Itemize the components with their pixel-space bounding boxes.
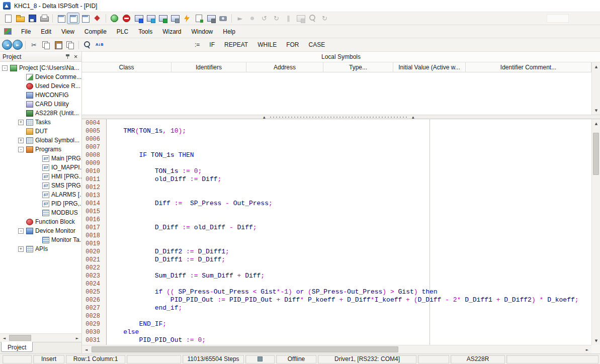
st-keyword-button[interactable]: REPEAT — [220, 41, 252, 48]
menu-wizard[interactable]: Wizard — [157, 26, 186, 37]
column-header[interactable]: Identifier Comment... — [466, 62, 591, 72]
code-line[interactable]: 0013 — [82, 192, 591, 200]
tree-item[interactable]: Function Block — [0, 217, 81, 226]
code-line[interactable]: 0005 TMR(TON_1s, 10); — [82, 127, 591, 135]
check-program-icon[interactable] — [193, 13, 205, 24]
collapse-icon[interactable]: - — [18, 147, 24, 152]
editor-hscrollbar[interactable]: ◄ ► — [82, 345, 591, 353]
new-file-icon[interactable] — [2, 13, 14, 24]
code-line[interactable]: 0021 D_Diff1 := D_Diff; — [82, 256, 591, 264]
tab-project[interactable]: Project — [1, 342, 33, 352]
compile-icon[interactable] — [181, 13, 193, 24]
upload-from-plc-icon[interactable] — [145, 13, 156, 24]
offline-mode-icon[interactable] — [121, 13, 132, 24]
code-line[interactable]: 0012 — [82, 184, 591, 192]
symbol-table-view-icon[interactable] — [79, 13, 91, 24]
download-to-plc-icon[interactable] — [133, 13, 144, 24]
online-monitor-icon[interactable] — [157, 13, 168, 24]
expand-icon[interactable]: + — [18, 120, 24, 125]
simulator-icon[interactable] — [109, 13, 120, 24]
print-icon[interactable] — [38, 13, 50, 24]
pin-icon[interactable] — [64, 53, 71, 60]
code-line[interactable]: 0010 TON_1s := 0; — [82, 167, 591, 175]
tree-item[interactable]: +Tasks — [0, 118, 81, 127]
active-view-icon[interactable] — [67, 13, 79, 24]
device-monitor-icon[interactable] — [169, 13, 181, 24]
code-line[interactable]: 0009 — [82, 159, 591, 167]
code-line[interactable]: 0024 — [82, 280, 591, 288]
code-line[interactable]: 0015 — [82, 208, 591, 216]
expand-icon[interactable]: + — [18, 246, 24, 252]
tree-item[interactable]: STPID [PRG,... — [0, 199, 81, 208]
column-header[interactable]: Initial Value (Active w... — [393, 62, 466, 72]
code-line[interactable]: 0007 — [82, 143, 591, 151]
menu-help[interactable]: Help — [218, 26, 240, 37]
forward-icon[interactable]: ► — [13, 40, 23, 50]
menu-file[interactable]: File — [16, 26, 36, 37]
code-line[interactable]: 0028 — [82, 312, 591, 320]
menu-window[interactable]: Window — [187, 26, 218, 37]
tree-item[interactable]: STIO_MAPPI... — [0, 163, 81, 172]
tree-item[interactable]: STMain [PRG... — [0, 154, 81, 163]
st-keyword-button[interactable]: WHILE — [253, 41, 281, 48]
code-line[interactable]: 0023 Sum_Diff := Sum_Diff + Diff; — [82, 272, 591, 280]
scroll-left-icon[interactable]: ◄ — [0, 334, 9, 342]
local-symbols-body[interactable] — [82, 72, 591, 115]
scroll-down-icon[interactable]: ▼ — [592, 106, 600, 115]
find-icon[interactable] — [81, 40, 93, 50]
code-line[interactable]: 0016 — [82, 216, 591, 224]
code-line[interactable]: 0027 end_if; — [82, 304, 591, 312]
back-icon[interactable]: ◄ — [2, 40, 12, 50]
scroll-left-icon[interactable]: ◄ — [82, 345, 91, 354]
pc-connection-icon[interactable] — [205, 13, 217, 24]
collapse-icon[interactable]: - — [2, 65, 8, 71]
tree-item[interactable]: Used Device R... — [0, 81, 81, 90]
tree-item[interactable]: MODBUS — [0, 208, 81, 217]
menu-plc[interactable]: PLC — [112, 26, 133, 37]
project-hscrollbar[interactable]: ◄ ► — [0, 333, 81, 342]
scroll-up-icon[interactable]: ▲ — [592, 62, 600, 71]
vscroll-thumb[interactable] — [593, 133, 599, 175]
st-keyword-button[interactable]: := — [190, 41, 204, 48]
column-header[interactable]: Identifiers — [172, 62, 246, 72]
tree-item[interactable]: HWCONFIG — [0, 90, 81, 100]
tree-item[interactable]: STSMS [PRG... — [0, 181, 81, 190]
column-header[interactable]: Address — [246, 62, 323, 72]
st-keyword-button[interactable]: CASE — [304, 41, 330, 48]
code-line[interactable]: 0019 — [82, 240, 591, 248]
collapse-icon[interactable]: - — [18, 228, 24, 234]
code-line[interactable]: 0011 old_Diff := Diff; — [82, 175, 591, 184]
code-line[interactable]: 0006 — [82, 135, 591, 143]
code-area[interactable]: 00040005 TMR(TON_1s, 10);000600070008 IF… — [82, 119, 591, 345]
scroll-right-icon[interactable]: ► — [73, 334, 81, 342]
com-settings-icon[interactable] — [217, 13, 229, 24]
paste-icon[interactable] — [52, 40, 64, 50]
scroll-right-icon[interactable]: ► — [583, 345, 591, 354]
tree-item[interactable]: Device Comme... — [0, 72, 81, 81]
code-line[interactable]: 0030 else — [82, 328, 591, 336]
column-header[interactable]: Type... — [323, 62, 393, 72]
scroll-down-icon[interactable]: ▼ — [592, 336, 600, 345]
code-line[interactable]: 0018 — [82, 232, 591, 240]
edit-mode-icon[interactable] — [92, 13, 103, 24]
tree-item[interactable]: STHMI [PRG... — [0, 172, 81, 181]
sort-icon[interactable]: A↓B — [94, 40, 105, 50]
tree-item[interactable]: +APIs — [0, 244, 81, 253]
scroll-up-icon[interactable]: ▲ — [592, 119, 600, 128]
code-line[interactable]: 0014 Diff := SP_Press - Out_Press; — [82, 200, 591, 208]
copy-icon[interactable] — [40, 40, 52, 50]
editor-vscrollbar[interactable]: ▲ ▼ — [591, 119, 600, 345]
code-line[interactable]: 0004 — [82, 119, 591, 127]
st-keyword-button[interactable]: FOR — [282, 41, 303, 48]
save-icon[interactable] — [26, 13, 38, 24]
code-line[interactable]: 0029 END_IF; — [82, 320, 591, 328]
code-line[interactable]: 0022 — [82, 264, 591, 272]
code-line[interactable]: 0025 if (( SP_Press-Out_Press < Gist*-1)… — [82, 288, 591, 296]
expand-icon[interactable]: + — [18, 138, 24, 143]
menu-compile[interactable]: Compile — [79, 26, 112, 37]
duplicate-icon[interactable] — [64, 40, 76, 50]
open-file-icon[interactable] — [14, 13, 26, 24]
code-line[interactable]: 0017 D_Diff := old_Diff - Diff; — [82, 224, 591, 232]
ladder-view-icon[interactable] — [55, 13, 67, 24]
cut-icon[interactable]: ✂ — [28, 40, 40, 50]
